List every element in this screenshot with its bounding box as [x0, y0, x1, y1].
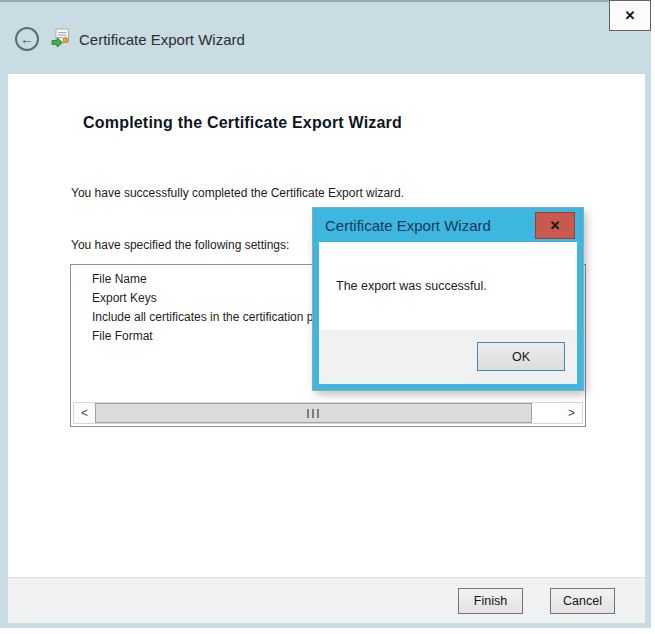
window-close-button[interactable]: ✕	[609, 0, 651, 31]
export-success-dialog: Certificate Export Wizard ✕ The export w…	[313, 208, 583, 390]
finish-button[interactable]: Finish	[458, 588, 523, 614]
window-title: Certificate Export Wizard	[79, 31, 245, 48]
thumb-grip-icon	[317, 409, 319, 418]
thumb-grip-icon	[312, 409, 314, 418]
dialog-titlebar[interactable]: Certificate Export Wizard ✕	[319, 208, 577, 242]
thumb-grip-icon	[307, 409, 309, 418]
wizard-titlebar[interactable]: ← Certificate Export Wizard	[0, 4, 651, 74]
screen: ← Certificate Export Wizard ✕ Completing…	[0, 0, 655, 634]
cancel-button[interactable]: Cancel	[550, 588, 615, 614]
page-heading: Completing the Certificate Export Wizard	[83, 114, 402, 132]
scrollbar-track[interactable]	[532, 403, 561, 423]
back-button[interactable]: ←	[15, 27, 39, 51]
scroll-left-arrow-icon[interactable]: <	[74, 403, 95, 423]
dialog-button-bar: OK	[319, 330, 577, 384]
dialog-title: Certificate Export Wizard	[319, 217, 535, 234]
specified-settings-text: You have specified the following setting…	[71, 238, 289, 252]
dialog-message: The export was successful.	[319, 242, 577, 330]
certificate-export-icon	[51, 28, 70, 51]
wizard-button-bar: Finish Cancel	[8, 577, 645, 623]
dialog-close-button[interactable]: ✕	[535, 212, 575, 239]
horizontal-scrollbar[interactable]: < >	[73, 402, 583, 424]
success-text: You have successfully completed the Cert…	[71, 186, 404, 200]
scroll-right-arrow-icon[interactable]: >	[561, 403, 582, 423]
ok-button[interactable]: OK	[477, 342, 565, 371]
scrollbar-thumb[interactable]	[95, 403, 532, 423]
